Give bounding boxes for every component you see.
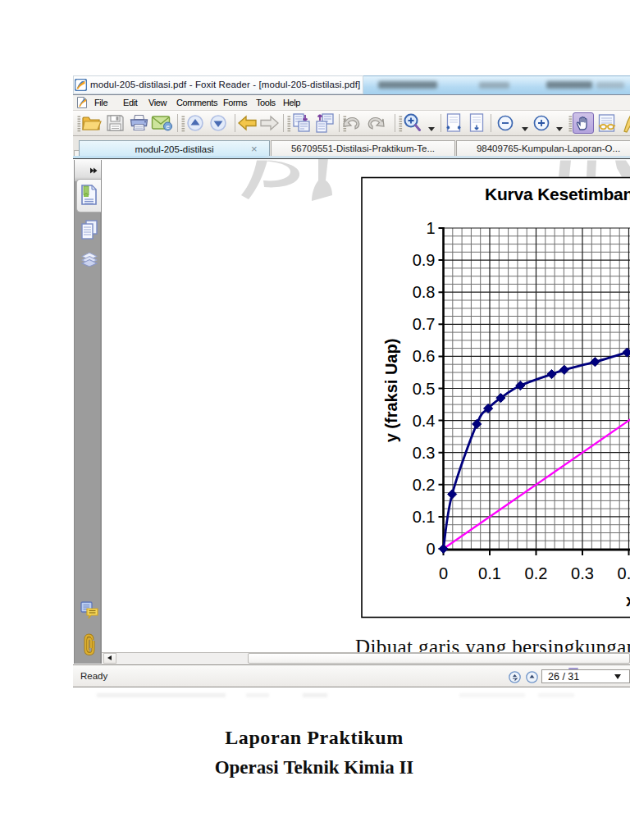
svg-text:1: 1 bbox=[426, 219, 435, 237]
svg-text:0.5: 0.5 bbox=[413, 380, 436, 398]
svg-text:0.1: 0.1 bbox=[478, 564, 501, 582]
svg-text:0.2: 0.2 bbox=[413, 476, 436, 494]
svg-text:0.4: 0.4 bbox=[618, 564, 630, 582]
svg-text:x: x bbox=[626, 591, 630, 609]
svg-text:0.6: 0.6 bbox=[413, 347, 436, 365]
svg-text:e: e bbox=[166, 123, 170, 130]
svg-text:Kurva Kesetimbangan: Kurva Kesetimbangan bbox=[485, 185, 630, 203]
svg-text:0.9: 0.9 bbox=[413, 251, 436, 269]
svg-text:0.3: 0.3 bbox=[413, 444, 436, 462]
svg-text:0: 0 bbox=[426, 540, 435, 558]
svg-text:0.7: 0.7 bbox=[413, 315, 436, 333]
svg-text:y (fraksi Uap): y (fraksi Uap) bbox=[382, 339, 400, 443]
svg-text:0: 0 bbox=[439, 564, 448, 582]
svg-text:0.2: 0.2 bbox=[525, 564, 548, 582]
svg-text:0.4: 0.4 bbox=[413, 412, 436, 430]
svg-text:0.3: 0.3 bbox=[571, 564, 594, 582]
svg-text:0.1: 0.1 bbox=[413, 508, 436, 526]
svg-text:0.8: 0.8 bbox=[413, 283, 436, 301]
